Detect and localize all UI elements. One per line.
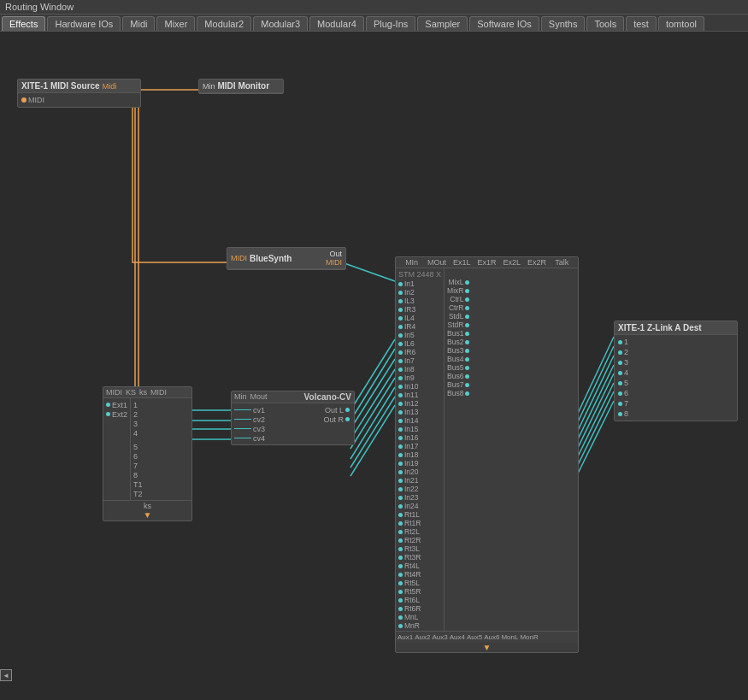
tab-bar: Effects Hardware IOs Midi Mixer Modular2… [0, 15, 748, 32]
volcano-outl: Out L [323, 405, 351, 415]
volcano-cv3-row: cv3 [234, 424, 265, 433]
volcano-outr: Out R [323, 415, 351, 424]
tab-plug-ins[interactable]: Plug-Ins [366, 16, 415, 31]
tab-test[interactable]: test [626, 16, 657, 31]
stm-right-ports: MixL MixR CtrL CtrR StdL StdR Bus1 Bus2 … [445, 268, 474, 631]
port-dot-midi [21, 97, 27, 103]
xite-dest-ports: 1 2 3 4 5 6 7 8 [615, 335, 737, 421]
stm-title: STM 2448 X [398, 269, 441, 279]
kron3-port-5: 5 [133, 442, 143, 451]
kron3-port-6: 6 [133, 451, 143, 461]
node-header-bluesynth: MIDI BlueSynth Out MIDI [227, 248, 345, 269]
volcano-outr-dot [345, 417, 350, 421]
kron3-scroll-indicator: ▼ [106, 510, 189, 520]
bluesynth-midi: MIDI [231, 254, 247, 262]
stm-in-ports: In1 In2 IL3 IR3 IL4 IR4 In5 IL6 IR6 In7 … [398, 279, 441, 630]
kron3-ext1-dot [106, 403, 110, 407]
xite-source-body: MIDI [18, 93, 140, 107]
kron3-ext2-dot [106, 412, 110, 416]
volcano-mout: Mout [250, 392, 268, 402]
bluesynth-title: BlueSynth [250, 254, 292, 263]
volcano-cv-ports: cv1 cv2 cv3 cv4 [232, 403, 268, 444]
tab-synths[interactable]: Synths [541, 16, 586, 31]
title-text: Routing Window [5, 2, 74, 12]
xite-source-midi: Midi [103, 82, 117, 91]
node-volcano[interactable]: Min Mout Volcano-CV cv1 cv2 cv3 [231, 391, 355, 445]
volcano-cv1-row: cv1 [234, 405, 265, 415]
midi-monitor-title: MIDI Monitor [218, 81, 270, 91]
node-bluesynth[interactable]: MIDI BlueSynth Out MIDI [227, 247, 346, 270]
stm-left-ports: STM 2448 X In1 In2 IL3 IR3 IL4 IR4 In5 I… [396, 268, 445, 631]
midi-monitor-min: Min [203, 82, 215, 91]
kron3-port-2: 2 [133, 409, 143, 419]
kron3-right-ports: 1 2 3 4 5 6 7 8 T1 T2 [131, 398, 145, 500]
node-xite-dest[interactable]: XITE-1 Z-Link A Dest 1 2 3 4 5 6 7 8 [614, 321, 738, 421]
tab-modular2[interactable]: Modular2 [197, 16, 251, 31]
kron3-port-8: 8 [133, 470, 143, 479]
volcano-outl-dot [345, 408, 350, 412]
stm-body: STM 2448 X In1 In2 IL3 IR3 IL4 IR4 In5 I… [396, 268, 578, 631]
node-header-xite-dest: XITE-1 Z-Link A Dest [615, 321, 737, 335]
volcano-cv2-row: cv2 [234, 415, 265, 424]
tab-tomtool[interactable]: tomtool [658, 16, 704, 31]
tab-effects[interactable]: Effects [2, 16, 45, 31]
node-stm[interactable]: MIn MOut Ex1L Ex1R Ex2L Ex2R Talk STM 24… [395, 256, 579, 653]
kron3-port-t1: T1 [133, 479, 143, 489]
canvas-area[interactable]: XITE-1 MIDI Source Midi MIDI Min MIDI Mo… [0, 32, 748, 697]
kron3-ks: ks [144, 502, 151, 510]
node-kron3[interactable]: MIDI KS ks MIDI Ext1 Ext2 1 2 3 4 [103, 386, 192, 521]
kron3-port-3: 3 [133, 419, 143, 428]
tab-midi[interactable]: Midi [122, 16, 155, 31]
bluesynth-out: Out [329, 250, 342, 258]
kron3-port-t2: T2 [133, 489, 143, 498]
tab-sampler[interactable]: Sampler [417, 16, 468, 31]
volcano-min: Min [234, 392, 247, 402]
volcano-out-ports: Out L Out R [321, 403, 354, 444]
volcano-title: Volcano-CV [304, 392, 351, 402]
corner-indicator: ◄ [0, 669, 12, 681]
kron3-port-4: 4 [133, 428, 143, 438]
stm-header: MIn MOut Ex1L Ex1R Ex2L Ex2R Talk [396, 257, 578, 268]
stm-scroll-indicator: ▼ [396, 643, 578, 652]
kron3-port-7: 7 [133, 461, 143, 470]
kron3-bottom: ks ▼ [103, 500, 191, 521]
port-midi: MIDI [21, 95, 137, 105]
bluesynth-midi-out: MIDI [326, 258, 342, 267]
node-header-xite-source: XITE-1 MIDI Source Midi [18, 79, 140, 93]
kron3-ext1: Ext1 [106, 400, 127, 409]
volcano-cv4-row: cv4 [234, 433, 265, 443]
tab-modular3[interactable]: Modular3 [253, 16, 308, 31]
volcano-header: Min Mout Volcano-CV [232, 391, 354, 403]
tab-mixer[interactable]: Mixer [156, 16, 195, 31]
tab-hardware-ios[interactable]: Hardware IOs [47, 16, 121, 31]
kron3-port-1: 1 [133, 400, 143, 409]
tab-tools[interactable]: Tools [586, 16, 624, 31]
tab-software-ios[interactable]: Software IOs [469, 16, 539, 31]
stm-bottom-ports: Aux1 Aux2 Aux3 Aux4 Aux5 Aux6 MonL MonR [396, 631, 578, 643]
tab-modular4[interactable]: Modular4 [309, 16, 364, 31]
xite-dest-title: XITE-1 Z-Link A Dest [618, 323, 702, 332]
volcano-body: cv1 cv2 cv3 cv4 Out L [232, 403, 354, 444]
title-bar: Routing Window [0, 0, 748, 15]
kron3-left-ports: Ext1 Ext2 [103, 398, 131, 500]
node-xite-source[interactable]: XITE-1 MIDI Source Midi MIDI [17, 79, 141, 108]
xite-source-title: XITE-1 MIDI Source [21, 81, 100, 91]
kron3-body: Ext1 Ext2 1 2 3 4 5 6 7 8 T1 T2 [103, 398, 191, 500]
kron3-header: MIDI KS ks MIDI [103, 387, 191, 398]
kron3-ext2: Ext2 [106, 409, 127, 419]
node-midi-monitor[interactable]: Min MIDI Monitor [198, 79, 284, 94]
node-header-midi-monitor: Min MIDI Monitor [199, 79, 283, 93]
